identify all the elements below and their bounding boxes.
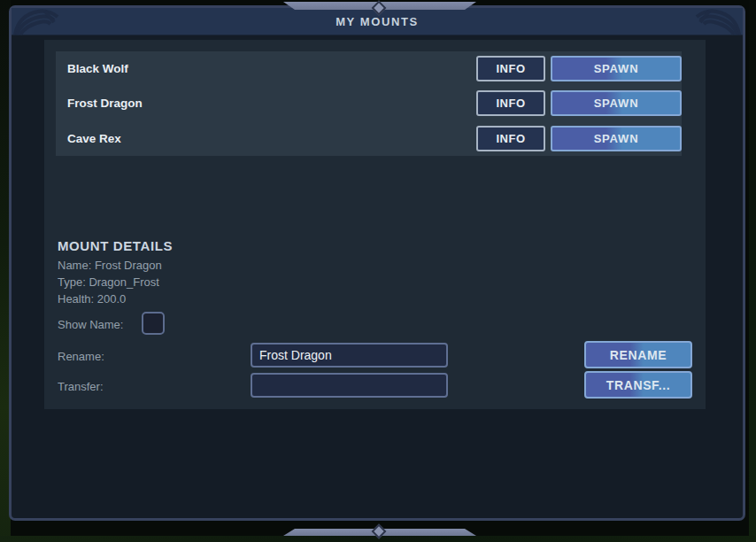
mount-list: Black Wolf INFO SPAWN Frost Dragon INFO … bbox=[56, 51, 682, 156]
mount-details-heading: MOUNT DETAILS bbox=[58, 238, 173, 253]
transfer-label: Transfer: bbox=[58, 380, 104, 393]
mount-row-actions: INFO SPAWN bbox=[476, 56, 682, 81]
info-button[interactable]: INFO bbox=[476, 126, 545, 151]
transfer-input[interactable] bbox=[251, 373, 448, 398]
rename-input[interactable] bbox=[251, 343, 448, 368]
dialog-title: MY MOUNTS bbox=[336, 15, 419, 28]
mount-name: Cave Rex bbox=[67, 132, 121, 145]
show-name-label: Show Name: bbox=[58, 318, 123, 331]
mount-row: Black Wolf INFO SPAWN bbox=[56, 51, 682, 86]
corner-filigree-icon bbox=[13, 8, 65, 38]
rename-button[interactable]: RENAME bbox=[584, 341, 692, 368]
mount-name: Frost Dragon bbox=[67, 97, 143, 110]
mount-row: Cave Rex INFO SPAWN bbox=[56, 121, 682, 156]
transfer-button[interactable]: TRANSF... bbox=[584, 371, 692, 399]
mount-row: Frost Dragon INFO SPAWN bbox=[56, 86, 682, 120]
info-button[interactable]: INFO bbox=[476, 90, 545, 116]
info-button[interactable]: INFO bbox=[476, 56, 545, 81]
mount-name: Black Wolf bbox=[67, 62, 128, 75]
spawn-button[interactable]: SPAWN bbox=[551, 56, 682, 81]
my-mounts-dialog: MY MOUNTS Black Wolf INFO SPAWN Frost Dr… bbox=[9, 5, 745, 521]
detail-health-line: Health: 200.0 bbox=[58, 292, 126, 306]
detail-name-line: Name: Frost Dragon bbox=[58, 259, 162, 272]
dialog-content-panel: Black Wolf INFO SPAWN Frost Dragon INFO … bbox=[44, 40, 706, 409]
game-world-edge-right bbox=[749, 0, 756, 542]
detail-type-line: Type: Dragon_Frost bbox=[58, 275, 159, 289]
rename-label: Rename: bbox=[58, 350, 104, 363]
spawn-button[interactable]: SPAWN bbox=[551, 90, 682, 116]
mount-row-actions: INFO SPAWN bbox=[476, 126, 682, 151]
spawn-button[interactable]: SPAWN bbox=[551, 126, 682, 151]
show-name-checkbox[interactable] bbox=[142, 312, 165, 335]
corner-filigree-icon bbox=[690, 8, 741, 38]
mount-row-actions: INFO SPAWN bbox=[476, 90, 682, 116]
